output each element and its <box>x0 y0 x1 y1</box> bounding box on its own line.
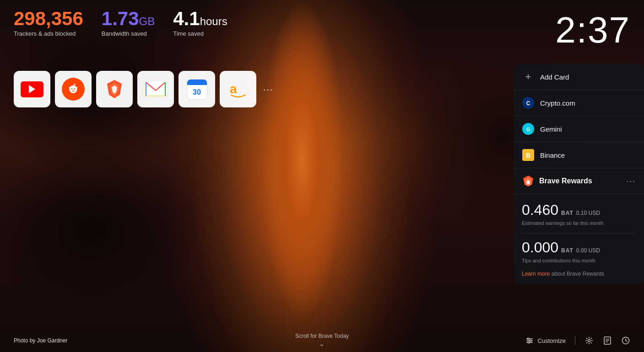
svg-point-6 <box>72 90 75 91</box>
rewards-title: Brave Rewards <box>539 177 592 185</box>
bottom-actions: Customize <box>525 336 630 345</box>
gemini-label: Gemini <box>540 125 562 133</box>
bandwidth-stat: 1.73GB Bandwidth saved <box>102 9 155 37</box>
time-stat: 4.1hours Time saved <box>173 9 227 37</box>
customize-icon <box>525 336 534 345</box>
svg-point-3 <box>75 87 77 89</box>
clock: 2:37 <box>555 9 630 51</box>
history-button[interactable] <box>621 336 630 345</box>
customize-label: Customize <box>538 337 566 344</box>
add-card-icon: + <box>522 70 535 83</box>
reddit-icon <box>62 78 85 101</box>
bookmark-amazon[interactable]: a <box>220 71 256 107</box>
add-card-button[interactable]: + Add Card <box>514 64 644 90</box>
stats-bar: 298,356 Trackers & ads blocked 1.73GB Ba… <box>14 9 227 37</box>
bookmark-gmail[interactable] <box>137 71 174 107</box>
svg-text:G: G <box>526 127 530 132</box>
svg-point-5 <box>74 88 75 89</box>
tips-label: Tips and contributions this month <box>522 258 636 263</box>
estimated-earnings-row: 0.460 BAT 0.10 USD Estimated earnings so… <box>522 202 636 226</box>
bottom-divider <box>575 336 575 345</box>
gemini-item[interactable]: G Gemini <box>514 116 644 142</box>
brave-icon <box>103 78 126 101</box>
tips-amount: 0.000 <box>522 239 558 256</box>
brave-rewards-card: Brave Rewards ··· 0.460 BAT 0.10 USD Est… <box>514 168 644 284</box>
time-value: 4.1hours <box>173 9 227 28</box>
svg-text:B: B <box>526 152 530 159</box>
trackers-value: 298,356 <box>14 9 83 28</box>
bandwidth-value: 1.73GB <box>102 9 155 28</box>
brave-rewards-icon <box>522 175 535 187</box>
svg-marker-17 <box>244 94 246 96</box>
estimated-usd: 0.10 USD <box>576 210 600 216</box>
more-bookmarks-button[interactable]: ··· <box>261 82 276 96</box>
photo-credit: Photo by Joe Gardner <box>14 337 67 344</box>
estimated-currency: BAT <box>561 210 574 216</box>
bookmarks-row: 30 a ··· <box>14 71 276 107</box>
bookmarks-icon <box>603 336 612 345</box>
bookmark-youtube[interactable] <box>14 71 50 107</box>
amazon-icon: a <box>227 78 249 101</box>
svg-point-4 <box>71 88 72 89</box>
svg-point-33 <box>588 340 590 342</box>
crypto-com-item[interactable]: C Crypto.com <box>514 90 644 116</box>
rewards-body: 0.460 BAT 0.10 USD Estimated earnings so… <box>514 194 644 284</box>
svg-point-32 <box>528 341 530 343</box>
crypto-com-label: Crypto.com <box>540 99 575 107</box>
gmail-icon <box>145 81 166 97</box>
svg-point-31 <box>530 340 531 341</box>
gemini-icon: G <box>522 123 535 135</box>
photo-author: Joe Gardner <box>37 337 68 344</box>
rewards-header-left: Brave Rewards <box>522 175 592 187</box>
history-icon <box>621 336 630 345</box>
binance-item[interactable]: B Binance <box>514 142 644 168</box>
tips-row: 0.000 BAT 0.00 USD Tips and contribution… <box>522 239 636 263</box>
tips-usd: 0.00 USD <box>576 247 600 254</box>
learn-more-suffix: about Brave Rewards <box>550 271 604 277</box>
youtube-icon <box>21 81 43 97</box>
bandwidth-label: Bandwidth saved <box>102 30 155 37</box>
trackers-stat: 298,356 Trackers & ads blocked <box>14 9 83 37</box>
bookmark-calendar[interactable]: 30 <box>179 71 215 107</box>
bookmarks-button[interactable] <box>603 336 612 345</box>
settings-button[interactable] <box>584 336 594 345</box>
svg-text:C: C <box>526 100 530 107</box>
learn-more-link[interactable]: Learn more <box>522 271 550 277</box>
svg-point-8 <box>74 84 76 85</box>
trackers-label: Trackers & ads blocked <box>14 30 83 37</box>
crypto-com-icon: C <box>522 96 535 109</box>
add-card-label: Add Card <box>540 73 569 81</box>
tips-amount-row: 0.000 BAT 0.00 USD <box>522 239 636 256</box>
rewards-menu-button[interactable]: ··· <box>626 176 636 186</box>
rewards-divider <box>522 233 636 234</box>
svg-point-2 <box>69 87 71 89</box>
learn-more-row: Learn more about Brave Rewards <box>522 271 636 277</box>
right-panel: + Add Card C Crypto.com G Gemini B <box>514 64 644 284</box>
tips-currency: BAT <box>561 247 574 254</box>
svg-text:a: a <box>230 82 237 96</box>
binance-icon: B <box>522 149 535 161</box>
estimated-amount: 0.460 <box>522 202 558 219</box>
binance-label: Binance <box>540 151 565 159</box>
svg-point-30 <box>527 338 529 340</box>
estimated-amount-row: 0.460 BAT 0.10 USD <box>522 202 636 219</box>
bottom-bar: Photo by Joe Gardner Customize <box>0 329 644 352</box>
customize-button[interactable]: Customize <box>525 336 566 345</box>
bookmark-brave[interactable] <box>96 71 133 107</box>
rewards-header: Brave Rewards ··· <box>514 168 644 194</box>
time-label: Time saved <box>173 30 227 37</box>
settings-icon <box>584 336 594 345</box>
estimated-label: Estimated earnings so far this month <box>522 220 636 226</box>
bookmark-reddit[interactable] <box>55 71 92 107</box>
calendar-icon: 30 <box>187 79 207 100</box>
